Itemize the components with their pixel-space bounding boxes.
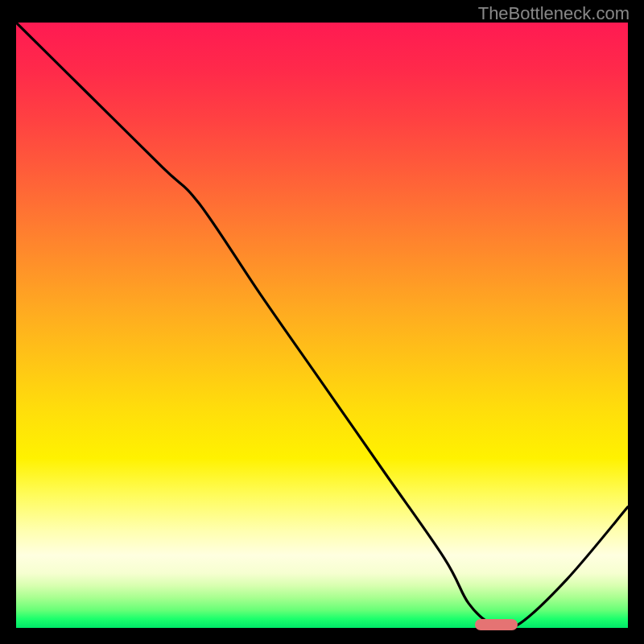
optimal-marker [475, 619, 518, 630]
curve-path [16, 23, 628, 628]
chart-curve [16, 23, 628, 628]
chart-plot-area [16, 23, 628, 628]
watermark-text: TheBottleneck.com [478, 3, 630, 24]
